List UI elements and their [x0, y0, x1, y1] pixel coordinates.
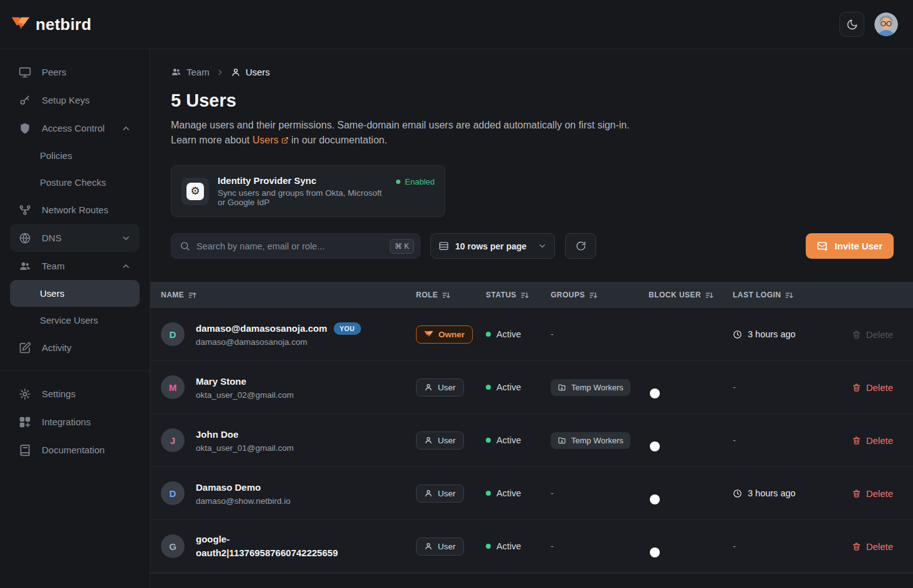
- table-row: M Mary Stone okta_user_02@gmail.com User: [150, 361, 913, 414]
- breadcrumb: Team Users: [171, 67, 894, 77]
- groups-cell: -: [551, 488, 649, 498]
- sidebar-item-settings[interactable]: Settings: [10, 380, 140, 408]
- table-header: NAME ROLE STATUS: [150, 282, 913, 308]
- group-label: Temp Workers: [571, 383, 624, 392]
- column-header-block-user[interactable]: BLOCK USER: [649, 291, 733, 299]
- user-icon: [424, 436, 433, 445]
- sidebar-item-dns[interactable]: DNS: [10, 224, 140, 252]
- status-cell: Active: [486, 435, 551, 445]
- table-row: D damaso@damasosanoja.com YOU damaso@dam…: [150, 308, 913, 361]
- column-label: ROLE: [416, 291, 438, 299]
- toolbar: ⌘ K 10 rows per page: [171, 233, 894, 259]
- column-header-name[interactable]: NAME: [161, 291, 416, 299]
- sidebar-item-setup-keys[interactable]: Setup Keys: [10, 86, 140, 114]
- chevron-right-icon: [216, 68, 225, 77]
- sidebar-label: Settings: [42, 388, 75, 399]
- user-name: google-oauth2|113769587660742225659: [196, 533, 365, 560]
- breadcrumb-team-label: Team: [186, 67, 210, 77]
- sidebar-item-integrations[interactable]: Integrations: [10, 408, 140, 436]
- book-icon: [19, 444, 31, 456]
- last-login-cell: -: [733, 382, 833, 392]
- group-badge[interactable]: Temp Workers: [551, 379, 630, 396]
- status-dot-icon: [486, 544, 491, 549]
- sidebar-item-team[interactable]: Team: [10, 252, 140, 280]
- role-badge-user: User: [416, 431, 464, 450]
- delete-label: Delete: [866, 435, 893, 446]
- mail-plus-icon: [817, 241, 828, 252]
- column-label: BLOCK USER: [649, 291, 701, 299]
- sidebar-label: Peers: [42, 67, 66, 77]
- user-name: John Doe: [196, 428, 238, 441]
- description-text: Manage users and their permissions. Same…: [171, 120, 629, 130]
- role-badge-user: User: [416, 484, 464, 503]
- column-header-groups[interactable]: GROUPS: [551, 291, 649, 299]
- avatar: G: [161, 534, 185, 558]
- external-link-icon: [281, 137, 289, 144]
- user-avatar-photo[interactable]: [874, 12, 898, 36]
- delete-button[interactable]: Delete: [852, 488, 893, 499]
- sidebar-label: Team: [42, 261, 65, 271]
- page-description: Manage users and their permissions. Same…: [171, 118, 894, 148]
- sort-desc-icon: [785, 291, 793, 299]
- sidebar-label: Documentation: [42, 445, 105, 455]
- column-label: GROUPS: [551, 291, 585, 299]
- delete-label: Delete: [866, 329, 893, 340]
- sidebar-label: Posture Checks: [40, 177, 106, 188]
- sidebar-item-users[interactable]: Users: [10, 280, 140, 307]
- role-badge-user: User: [416, 537, 464, 556]
- sidebar-label: Service Users: [40, 315, 98, 325]
- chevron-up-icon: [121, 123, 131, 133]
- breadcrumb-users-label: Users: [246, 67, 270, 77]
- role-label: User: [438, 383, 456, 392]
- status-label: Active: [496, 541, 521, 551]
- sort-asc-icon: [188, 291, 196, 299]
- last-login-value: 3 hours ago: [748, 488, 796, 498]
- user-icon: [424, 383, 433, 392]
- column-header-last-login[interactable]: LAST LOGIN: [733, 291, 833, 299]
- search-input[interactable]: [196, 241, 384, 251]
- sidebar-item-activity[interactable]: Activity: [10, 334, 140, 362]
- team-icon: [19, 260, 31, 272]
- users-doc-link-label: Users: [253, 133, 279, 148]
- users-doc-link[interactable]: Users: [253, 133, 289, 148]
- group-badge[interactable]: Temp Workers: [551, 432, 630, 449]
- netbird-bird-icon: [11, 16, 30, 32]
- idp-sync-card[interactable]: ⚙ Identity Provider Sync Sync users and …: [171, 165, 445, 217]
- user-name: damaso@damasosanoja.com: [196, 322, 327, 335]
- role-label: User: [438, 436, 456, 445]
- breadcrumb-team[interactable]: Team: [171, 67, 210, 77]
- refresh-button[interactable]: [565, 233, 596, 259]
- sidebar-item-service-users[interactable]: Service Users: [10, 307, 140, 334]
- delete-button[interactable]: Delete: [852, 382, 893, 393]
- sidebar-item-access-control[interactable]: Access Control: [10, 114, 140, 142]
- status-label: Active: [496, 329, 521, 339]
- sidebar-item-network-routes[interactable]: Network Routes: [10, 196, 140, 224]
- column-header-status[interactable]: STATUS: [486, 291, 551, 299]
- user-name: Mary Stone: [196, 375, 246, 388]
- rows-per-page-select[interactable]: 10 rows per page: [430, 233, 555, 259]
- role-label: Owner: [438, 330, 465, 339]
- breadcrumb-users[interactable]: Users: [231, 67, 270, 77]
- globe-icon: [19, 232, 31, 244]
- delete-button[interactable]: Delete: [852, 435, 893, 446]
- column-header-role[interactable]: ROLE: [416, 291, 486, 299]
- invite-user-button[interactable]: Invite User: [806, 233, 894, 259]
- avatar: D: [161, 322, 185, 346]
- delete-button[interactable]: Delete: [852, 541, 893, 552]
- sidebar-item-posture-checks[interactable]: Posture Checks: [10, 169, 140, 196]
- main-content: Team Users 5 Users Manage users and thei…: [150, 49, 913, 588]
- sort-desc-icon: [442, 291, 450, 299]
- table-row: G google-oauth2|113769587660742225659 Us…: [150, 520, 913, 573]
- sidebar-item-documentation[interactable]: Documentation: [10, 436, 140, 464]
- theme-toggle-button[interactable]: [839, 12, 864, 37]
- sort-desc-icon: [521, 291, 529, 299]
- status-cell: Active: [486, 488, 551, 498]
- sidebar-item-policies[interactable]: Policies: [10, 142, 140, 169]
- user-email: okta_user_01@gmail.com: [196, 443, 294, 453]
- role-label: User: [438, 542, 456, 551]
- trash-icon: [852, 436, 861, 445]
- trash-icon: [852, 330, 861, 339]
- sidebar-item-peers[interactable]: Peers: [10, 58, 140, 86]
- rows-icon: [438, 241, 449, 251]
- idp-status-badge: Enabled: [396, 177, 435, 186]
